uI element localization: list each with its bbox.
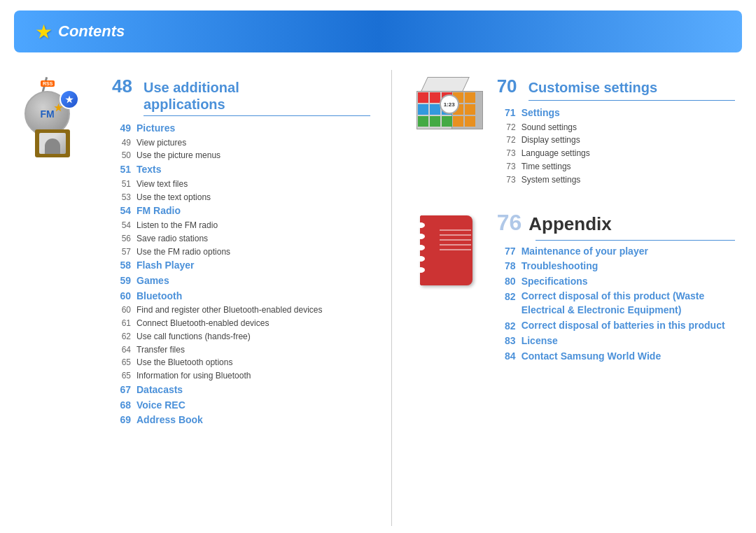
toc-item-fm-options: 57 Use the FM radio options: [112, 246, 370, 258]
notebook-icon: [413, 212, 476, 289]
toc-label-battery-disposal: Correct disposal of batteries in this pr…: [522, 319, 725, 333]
photo-inner: [39, 133, 66, 154]
toc-label-call-functions: Use call functions (hands-free): [136, 331, 251, 343]
toc-label-save-radio: Save radio stations: [136, 233, 208, 245]
fm-text: FM: [40, 108, 54, 120]
toc-label-system: System settings: [522, 174, 581, 186]
toc-item-texts: 51 Texts: [112, 163, 370, 177]
spiral-ring-3: [416, 245, 425, 250]
spiral-ring-5: [416, 267, 425, 273]
toc-num-77: 77: [497, 245, 522, 259]
toc-item-specifications: 80 Specifications: [497, 275, 735, 289]
toc-item-call-functions: 62 Use call functions (hands-free): [112, 331, 370, 343]
toc-label-display: Display settings: [522, 134, 580, 146]
toc-label-fm-radio: FM Radio: [136, 204, 181, 218]
toc-label-datacasts: Datacasts: [136, 383, 183, 397]
toc-label-language: Language settings: [522, 148, 590, 159]
toc-item-bluetooth: 60 Bluetooth: [112, 290, 370, 304]
toc-label-find-bluetooth: Find and register other Bluetooth-enable…: [136, 304, 323, 316]
toc-num-69: 69: [112, 413, 136, 427]
toc-num-57: 57: [112, 246, 136, 258]
rss-badge: RSS: [41, 80, 55, 87]
star-icon: ★: [35, 20, 52, 43]
toc-item-view-text: 51 View text files: [112, 178, 370, 190]
toc-num-59: 59: [112, 274, 136, 288]
toc-item-settings: 71 Settings: [497, 106, 735, 120]
toc-label-license: License: [522, 334, 558, 348]
toc-label-view-text: View text files: [136, 178, 188, 190]
notebook-body: [420, 215, 472, 285]
toc-num-82-2: 82: [497, 319, 522, 334]
toc-num-58: 58: [112, 259, 136, 273]
toc-num-80: 80: [497, 275, 522, 289]
toc-label-settings: Settings: [522, 106, 560, 120]
notebook-line-5: [440, 249, 471, 250]
toc-item-contact: 84 Contact Samsung World Wide: [497, 350, 735, 364]
toc-num-84: 84: [497, 350, 522, 364]
notebook-line-4: [440, 244, 471, 246]
toc-num-49-2: 49: [112, 137, 136, 149]
toc-item-correct-disposal: 82 Correct disposal of this product (Was…: [497, 290, 735, 317]
appendix-list: 76 Appendix 77 Maintenance of your playe…: [497, 201, 735, 365]
toc-item-find-bluetooth: 60 Find and register other Bluetooth-ena…: [112, 304, 370, 316]
photo-person: [45, 138, 60, 154]
toc-label-specifications: Specifications: [522, 275, 588, 289]
toc-label-bluetooth: Bluetooth: [136, 290, 182, 304]
section-76-number: 76: [497, 210, 522, 236]
toc-item-address-book: 69 Address Book: [112, 413, 370, 427]
toc-item-listen-fm: 54 Listen to the FM radio: [112, 220, 370, 232]
toc-num-62: 62: [112, 331, 136, 343]
toc-item-voice-rec: 68 Voice REC: [112, 399, 370, 413]
left-column: RSS FM ★ ★ 48 Use additional appli: [21, 70, 384, 526]
toc-label-transfer: Transfer files: [136, 344, 185, 356]
toc-label-connect-bluetooth: Connect Bluetooth-enabled devices: [136, 318, 269, 329]
toc-num-73-1: 73: [497, 148, 522, 159]
toc-label-maintenance: Maintenance of your player: [522, 245, 648, 259]
left-toc-list: 48 Use additional applications 49 Pictur…: [112, 70, 370, 526]
toc-num-78: 78: [497, 260, 522, 273]
section-48-title-line1: Use additional: [144, 79, 239, 96]
toc-label-listen-fm: Listen to the FM radio: [136, 220, 218, 232]
section-70-title: Customise settings: [528, 79, 657, 96]
section-48-title-line2: applications: [144, 96, 239, 113]
spiral-ring-1: [416, 222, 425, 228]
notebook-line-3: [440, 239, 471, 241]
toc-num-82-1: 82: [497, 290, 522, 304]
header: ★ Contents: [14, 10, 742, 52]
toc-num-68: 68: [112, 399, 136, 413]
section-76-title: Appendix: [528, 213, 611, 235]
toc-item-fm-radio: 54 FM Radio: [112, 204, 370, 218]
toc-num-60-1: 60: [112, 290, 136, 304]
toc-num-67: 67: [112, 383, 136, 397]
toc-item-time: 73 Time settings: [497, 161, 735, 173]
toc-label-contact: Contact Samsung World Wide: [522, 350, 662, 364]
clock-badge-icon: 1:23: [440, 94, 459, 114]
toc-item-bt-options: 65 Use the Bluetooth options: [112, 357, 370, 369]
toc-num-64: 64: [112, 344, 136, 356]
section-48-header: 48 Use additional applications: [112, 76, 370, 113]
toc-num-51-2: 51: [112, 178, 136, 190]
toc-item-bt-info: 65 Information for using Bluetooth: [112, 370, 370, 382]
spiral-ring-2: [416, 234, 425, 239]
toc-label-picture-menus: Use the picture menus: [136, 150, 220, 162]
toc-item-picture-menus: 50 Use the picture menus: [112, 150, 370, 162]
toc-item-system: 73 System settings: [497, 174, 735, 186]
main-content: RSS FM ★ ★ 48 Use additional appli: [0, 63, 756, 533]
rubiks-icon-area: ♪ ♫: [413, 70, 497, 187]
notebook-line-1: [440, 229, 471, 231]
toc-item-license: 83 License: [497, 334, 735, 348]
right-column: ♪ ♫: [399, 70, 735, 526]
toc-label-sound: Sound settings: [522, 122, 577, 134]
bluetooth-badge-icon: ★: [59, 90, 79, 109]
section-48-number: 48: [112, 76, 136, 97]
toc-num-72-1: 72: [497, 122, 522, 134]
toc-num-61: 61: [112, 318, 136, 329]
toc-num-71: 71: [497, 106, 522, 120]
toc-label-text-options: Use the text options: [136, 192, 211, 204]
toc-label-texts: Texts: [136, 163, 162, 177]
column-divider: [391, 70, 392, 526]
section-76-header: 76 Appendix: [497, 210, 735, 236]
section-70-divider: [528, 100, 735, 101]
notebook-spiral: [416, 222, 425, 273]
right-top-section: ♪ ♫: [413, 70, 735, 187]
